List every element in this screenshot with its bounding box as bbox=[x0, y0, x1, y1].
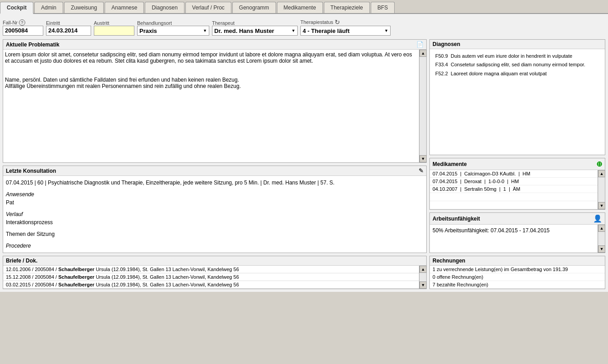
aktuelle-problematik-textarea[interactable] bbox=[3, 50, 419, 162]
briefe-body: 12.01.2006 / 2005084 / Schaufelberger Ur… bbox=[3, 266, 426, 289]
list-item: 50% Arbeitsunfähigkeit: 07.04.2015 - 17.… bbox=[433, 226, 595, 235]
austritt-value[interactable] bbox=[94, 26, 134, 36]
konsultation-verlauf-section: Verlauf Interaktionsprozess bbox=[6, 210, 424, 226]
tab-admin[interactable]: Admin bbox=[34, 2, 63, 13]
behandlungsort-arrow-icon: ▼ bbox=[203, 28, 207, 33]
themen-label: Themen der Sitzung bbox=[6, 230, 424, 238]
medikamente-header: Medikamente ⊕ bbox=[430, 158, 605, 170]
procedere-label: Procedere bbox=[6, 242, 424, 250]
briefe-panel: Briefe / Dok. 12.01.2006 / 2005084 / Sch… bbox=[3, 256, 427, 289]
tab-therapieziele[interactable]: Therapieziele bbox=[324, 2, 370, 13]
au-empty-2 bbox=[433, 243, 595, 251]
briefe-header: Briefe / Dok. bbox=[3, 256, 426, 266]
therapeut-label: Therapeut bbox=[212, 20, 235, 26]
diagnosen-content: F50.9 Duis autem vel eum iriure dolor in… bbox=[430, 49, 605, 108]
letzte-konsultation-panel: Letzte Konsultation ✎ 07.04.2015 | 60 | … bbox=[3, 166, 427, 253]
au-scroll-up[interactable]: ▲ bbox=[598, 225, 605, 232]
therapiestatus-arrow-icon: ▼ bbox=[384, 28, 388, 33]
medikamente-scroll-down[interactable]: ▼ bbox=[598, 202, 605, 209]
tab-anamnese[interactable]: Anamnese bbox=[105, 2, 144, 13]
diagnosen-title: Diagnosen bbox=[433, 41, 460, 47]
content-area: Aktuelle Problematik 📄 ▲ ▼ Letzte Konsul… bbox=[3, 39, 605, 289]
briefe-scroll-down[interactable]: ▼ bbox=[419, 281, 427, 289]
au-scroll-down[interactable]: ▼ bbox=[598, 245, 605, 253]
therapeut-field: Therapeut Dr. med. Hans Muster ▼ bbox=[212, 20, 298, 36]
problematik-scrollbar: ▲ ▼ bbox=[419, 50, 426, 162]
aktuelle-problematik-title: Aktuelle Problematik bbox=[6, 41, 60, 48]
konsultation-anwesende-section: Anwesende Pat bbox=[6, 190, 424, 207]
list-item[interactable]: 03.02.2015 / 2005084 / Schaufelberger Ur… bbox=[3, 281, 419, 289]
aktuelle-problematik-header: Aktuelle Problematik 📄 bbox=[3, 40, 426, 50]
rechnungen-header: Rechnungen bbox=[430, 256, 605, 266]
list-item: 7 bezahlte Rechnung(en) bbox=[430, 281, 605, 289]
letzte-konsultation-header: Letzte Konsultation ✎ bbox=[3, 166, 426, 176]
austritt-field: Austritt bbox=[94, 20, 134, 36]
problematik-scroll-up[interactable]: ▲ bbox=[419, 50, 427, 57]
eintritt-label: Eintritt bbox=[46, 20, 60, 26]
au-scrollbar: ▲ ▼ bbox=[598, 225, 605, 253]
list-item: F50.9 Duis autem vel eum iriure dolor in… bbox=[433, 52, 602, 60]
eintritt-value: 24.03.2014 bbox=[46, 26, 91, 36]
arbeitsunfaehigkeit-title: Arbeitsunfähigkeit bbox=[433, 216, 480, 222]
tab-genogramm[interactable]: Genogramm bbox=[232, 2, 276, 13]
therapiestatus-refresh-icon[interactable]: ↻ bbox=[335, 18, 340, 26]
anwesende-label: Anwesende bbox=[6, 190, 424, 198]
medikamente-scroll-up[interactable]: ▲ bbox=[598, 170, 605, 177]
medikamente-rows: 07.04.2015 | Calcimagon-D3 KAutbl. | HM … bbox=[430, 170, 598, 209]
therapiestatus-value[interactable]: 4 - Therapie läuft ▼ bbox=[300, 26, 391, 36]
letzte-konsultation-title: Letzte Konsultation bbox=[6, 168, 56, 174]
therapeut-arrow-icon: ▼ bbox=[291, 28, 295, 33]
eintritt-field: Eintritt 24.03.2014 bbox=[46, 20, 91, 36]
tab-bar: Cockpit Admin Zuweisung Anamnese Diagnos… bbox=[0, 0, 608, 14]
letzte-konsultation-content: 07.04.2015 | 60 | Psychiatrische Diagnos… bbox=[3, 176, 426, 253]
austritt-label: Austritt bbox=[94, 20, 109, 26]
rechnungen-content: 1 zu verrechnende Leistung(en) im Gesamt… bbox=[430, 266, 605, 289]
briefe-scroll-up[interactable]: ▲ bbox=[419, 266, 427, 273]
konsultation-procedere-section: Procedere bbox=[6, 242, 424, 250]
behandlungsort-value[interactable]: Praxis ▼ bbox=[137, 26, 209, 36]
medikamente-body: 07.04.2015 | Calcimagon-D3 KAutbl. | HM … bbox=[430, 170, 605, 209]
arbeitsunfaehigkeit-add-icon[interactable]: 👤 bbox=[593, 214, 602, 223]
right-column: Diagnosen F50.9 Duis autem vel eum iriur… bbox=[429, 39, 605, 289]
list-item[interactable]: 15.12.2008 / 2005084 / Schaufelberger Ur… bbox=[3, 273, 419, 281]
medikamente-header-actions: ⊕ bbox=[596, 160, 602, 168]
main-content: Fall-Nr ? 2005084 Eintritt 24.03.2014 Au… bbox=[0, 14, 608, 292]
medikamente-title: Medikamente bbox=[433, 161, 467, 167]
rechnungen-panel: Rechnungen 1 zu verrechnende Leistung(en… bbox=[429, 256, 605, 289]
left-column: Aktuelle Problematik 📄 ▲ ▼ Letzte Konsul… bbox=[3, 39, 427, 289]
fall-nr-label: Fall-Nr bbox=[3, 20, 18, 25]
anwesende-value: Pat bbox=[6, 198, 424, 207]
list-item: 1 zu verrechnende Leistung(en) im Gesamt… bbox=[430, 266, 605, 273]
tab-zuweisung[interactable]: Zuweisung bbox=[64, 2, 104, 13]
list-item[interactable]: 07.04.2015 | Calcimagon-D3 KAutbl. | HM bbox=[430, 170, 598, 178]
med-empty-2 bbox=[430, 201, 598, 209]
fall-nr-info-icon[interactable]: ? bbox=[19, 19, 25, 26]
aktuelle-problematik-panel: Aktuelle Problematik 📄 ▲ ▼ bbox=[3, 39, 427, 163]
list-item[interactable]: 07.04.2015 | Deroxat | 1-0-0-0 | HM bbox=[430, 178, 598, 185]
tab-medikamente[interactable]: Medikamente bbox=[277, 2, 323, 13]
fall-nr-field: Fall-Nr ? 2005084 bbox=[3, 19, 43, 36]
therapeut-value[interactable]: Dr. med. Hans Muster ▼ bbox=[212, 26, 298, 36]
diagnosen-panel: Diagnosen F50.9 Duis autem vel eum iriur… bbox=[429, 39, 605, 155]
list-item: F52.2 Laoreet dolore magna aliquam erat … bbox=[433, 69, 602, 78]
verlauf-label: Verlauf bbox=[6, 210, 424, 218]
list-item[interactable]: 12.01.2006 / 2005084 / Schaufelberger Ur… bbox=[3, 266, 419, 273]
therapiestatus-label: Therapiestatus bbox=[300, 19, 333, 25]
problematik-scroll-down[interactable]: ▼ bbox=[419, 155, 427, 162]
therapiestatus-field: Therapiestatus ↻ 4 - Therapie läuft ▼ bbox=[300, 18, 391, 36]
list-item: 0 offene Rechnung(en) bbox=[430, 273, 605, 281]
medikamente-scrollbar: ▲ ▼ bbox=[598, 170, 605, 209]
aktuelle-problematik-edit-icon[interactable]: 📄 bbox=[416, 41, 424, 48]
behandlungsort-label: Behandlungsort bbox=[137, 20, 172, 26]
briefe-title: Briefe / Dok. bbox=[6, 258, 37, 264]
list-item[interactable]: 04.10.2007 | Sertralin 50mg | 1 | ÄM bbox=[430, 185, 598, 193]
tab-bfs[interactable]: BFS bbox=[371, 2, 395, 13]
arbeitsunfaehigkeit-header: Arbeitsunfähigkeit 👤 bbox=[430, 213, 605, 225]
tab-verlauf[interactable]: Verlauf / Proc bbox=[185, 2, 231, 13]
tab-cockpit[interactable]: Cockpit bbox=[0, 2, 33, 14]
letzte-konsultation-edit-icon[interactable]: ✎ bbox=[419, 167, 424, 174]
arbeitsunfaehigkeit-content: 50% Arbeitsunfähigkeit: 07.04.2015 - 17.… bbox=[430, 225, 598, 253]
tab-diagnosen[interactable]: Diagnosen bbox=[145, 2, 184, 13]
arbeitsunfaehigkeit-body: 50% Arbeitsunfähigkeit: 07.04.2015 - 17.… bbox=[430, 225, 605, 253]
medikamente-add-icon[interactable]: ⊕ bbox=[596, 160, 602, 168]
